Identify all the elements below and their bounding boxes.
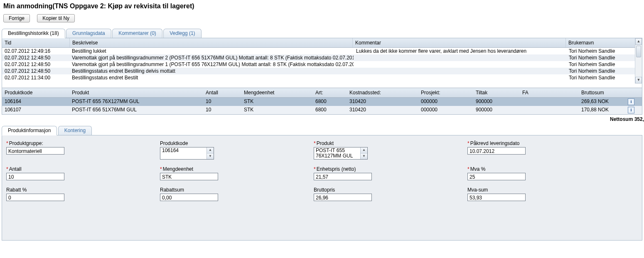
mvapct-input[interactable]: 25 [467, 173, 526, 180]
mvapct-label: *Mva % [467, 166, 621, 172]
scroll-up-icon[interactable]: ▲ [635, 38, 642, 45]
spin-up-icon[interactable]: ▲ [361, 147, 367, 154]
product-row[interactable]: 106164 POST-IT 655 76X127MM GUL 10 STK 6… [2, 98, 642, 106]
levdato-label: *Påkrevd leveringsdato [467, 140, 621, 146]
tab-order-history[interactable]: Bestillingshistorikk (18) [2, 29, 65, 38]
main-tabs: Bestillingshistorikk (18) Grunnlagsdata … [2, 28, 642, 38]
history-table: Tid Beskrivelse Kommentar Brukernavn 02.… [2, 38, 642, 84]
prev-button[interactable]: Forrige [3, 14, 30, 22]
scroll-down-icon[interactable]: ▼ [635, 77, 642, 84]
produkt-spinner[interactable]: POST-IT 655 76X127MM GUL ▲▼ [314, 147, 368, 160]
col-mengdeenhet[interactable]: Mengdeenhet [241, 88, 313, 97]
col-kostnadssted[interactable]: Kostnadssted: [347, 88, 418, 97]
form-tabs: Produktinformasjon Kontering [2, 125, 642, 135]
produktkode-spinner[interactable]: 106164 ▲▼ [160, 147, 214, 160]
scroll-thumb[interactable] [636, 46, 641, 57]
produktgruppe-label: *Produktgruppe: [6, 140, 160, 146]
col-prosjekt[interactable]: Prosjekt: [418, 88, 473, 97]
mengdeenhet-input[interactable]: STK [160, 173, 218, 180]
main-panel: Tid Beskrivelse Kommentar Brukernavn 02.… [2, 38, 642, 115]
product-row[interactable]: 106107 POST-IT 656 51X76MM GUL 10 STK 68… [2, 106, 642, 114]
copy-to-new-button[interactable]: Kopier til Ny [37, 14, 75, 22]
col-produktkode[interactable]: Produktkode [2, 88, 69, 97]
antall-label: *Antall [6, 166, 160, 172]
col-kommentar[interactable]: Kommentar [353, 38, 566, 47]
history-row[interactable]: 02.07.2012 11:34:00 Bestillingsstatus en… [2, 74, 642, 81]
info-icon[interactable]: i [628, 98, 634, 105]
tab-comments[interactable]: Kommentarer (0) [112, 29, 162, 38]
bruttopris-input[interactable]: 26,96 [314, 194, 372, 201]
mvasum-input[interactable]: 53,93 [467, 194, 526, 201]
col-tid[interactable]: Tid [2, 38, 70, 47]
page-title: Min anmodning(TNS Oppgave 2: Kjøp av rek… [3, 2, 641, 10]
tab-basis-data[interactable]: Grunnlagsdata [66, 29, 111, 38]
col-art[interactable]: Art: [313, 88, 347, 97]
spin-down-icon[interactable]: ▼ [207, 154, 214, 160]
rabattsum-label: Rabattsum [160, 187, 314, 193]
produktkode-label: Produktkode [160, 140, 314, 146]
levdato-input[interactable]: 10.07.2012 [467, 147, 526, 155]
produktgruppe-input[interactable]: Kontormateriell [6, 147, 64, 155]
col-antall[interactable]: Antall [203, 88, 241, 97]
history-row[interactable]: 02.07.2012 12:49:16 Bestilling lukket Lu… [2, 48, 642, 54]
mengdeenhet-label: *Mengdeenhet [160, 166, 314, 172]
history-row[interactable]: 02.07.2012 12:48:50 Varemottak gjort på … [2, 61, 642, 68]
tab-attachments[interactable]: Vedlegg (1) [163, 29, 201, 38]
rabattpct-input[interactable]: 0 [6, 194, 64, 201]
col-produkt[interactable]: Produkt [69, 88, 203, 97]
action-bar: Forrige Kopier til Ny [3, 14, 641, 22]
enhetspris-input[interactable]: 21,57 [314, 173, 372, 180]
col-bruttosum[interactable]: Bruttosum [579, 88, 625, 97]
history-body: 02.07.2012 12:49:16 Bestilling lukket Lu… [2, 48, 642, 84]
col-brukernavn[interactable]: Brukernavn [566, 38, 642, 47]
history-row[interactable]: 02.07.2012 12:48:50 Bestillingsstatus en… [2, 68, 642, 74]
product-form: *Produktgruppe: Kontormateriell Produktk… [2, 135, 642, 241]
nettosum-label: Nettosum 352, [0, 116, 644, 122]
info-icon[interactable]: i [628, 107, 634, 113]
history-row[interactable]: 02.07.2012 12:48:50 Varemottak gjort på … [2, 54, 642, 61]
tab-kontering[interactable]: Kontering [58, 126, 92, 135]
rabattpct-label: Rabatt % [6, 187, 160, 193]
mvasum-label: Mva-sum [467, 187, 621, 193]
rabattsum-input[interactable]: 0,00 [160, 194, 218, 201]
bruttopris-label: Bruttopris [314, 187, 467, 193]
col-beskrivelse[interactable]: Beskrivelse [70, 38, 353, 47]
spin-down-icon[interactable]: ▼ [361, 154, 367, 160]
spin-up-icon[interactable]: ▲ [207, 147, 214, 154]
antall-input[interactable]: 10 [6, 173, 64, 180]
tab-product-info[interactable]: Produktinformasjon [2, 126, 57, 135]
product-header: Produktkode Produkt Antall Mengdeenhet A… [2, 88, 642, 98]
history-scrollbar[interactable]: ▲ ▼ [635, 38, 642, 84]
col-fa[interactable]: FA [520, 88, 579, 97]
produkt-label: *Produkt [314, 140, 467, 146]
history-header: Tid Beskrivelse Kommentar Brukernavn [2, 38, 642, 48]
col-tiltak[interactable]: Tiltak [473, 88, 520, 97]
enhetspris-label: *Enhetspris (netto) [314, 166, 467, 172]
